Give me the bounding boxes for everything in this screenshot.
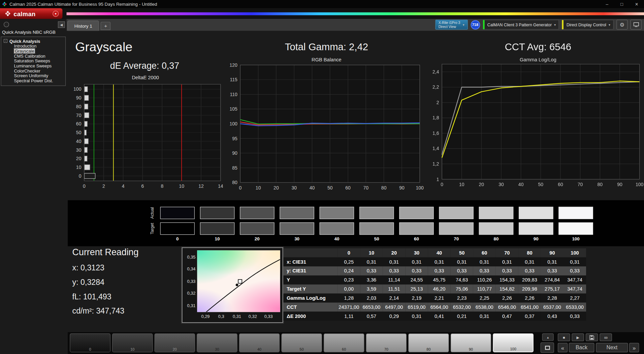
sidebar-item-spectral-power-dist-[interactable]: Spectral Power Dist. [1, 78, 65, 83]
swatch-level-label: 20 [240, 236, 274, 241]
maximize-button[interactable]: □ [614, 0, 629, 8]
sidebar-item-grayscale[interactable]: Grayscale [1, 49, 65, 54]
display-control-button[interactable]: Direct Display Control ▾ [562, 20, 613, 30]
cie-chart-panel: 0,350,340,330,320,31 0,290,30,310,320,33 [182, 247, 283, 323]
play-button[interactable]: ▶ [572, 333, 584, 341]
pattern-button-0[interactable]: 0 [70, 333, 110, 352]
source-select-button[interactable]: CalMAN Client 3 Pattern Generator ▾ [483, 20, 559, 30]
calman-logo-icon [5, 11, 11, 17]
target-swatch-70 [439, 223, 474, 235]
pattern-button-90[interactable]: 90 [451, 333, 491, 352]
add-tab-button[interactable]: + [101, 22, 110, 30]
table-col-header: 40 [428, 248, 451, 258]
pattern-button-30[interactable]: 30 [197, 333, 237, 352]
pattern-button-80[interactable]: 80 [408, 333, 449, 352]
pattern-button-50[interactable]: 50 [281, 333, 322, 352]
svg-text:95: 95 [232, 136, 237, 141]
workflow-tree: - Quick Analysis IntroductionGrayscaleCM… [1, 37, 66, 86]
sidebar-item-luminance-sweeps[interactable]: Luminance Sweeps [1, 63, 65, 68]
collapse-sidebar-button[interactable]: ◀ [58, 21, 65, 28]
sidebar-item-label: ColorChecker [14, 68, 40, 73]
sidebar-item-label: Spectral Power Dist. [14, 78, 53, 83]
table-cell: 3,36 [360, 275, 383, 285]
svg-text:80: 80 [381, 185, 387, 190]
svg-text:12: 12 [198, 183, 204, 189]
cie-y-tick: 0,35 [182, 254, 195, 259]
svg-text:2: 2 [102, 183, 105, 189]
tree-root[interactable]: - Quick Analysis [1, 38, 65, 43]
minimize-button[interactable]: – [600, 0, 614, 8]
calman-logo[interactable]: calman ▾ [0, 8, 62, 19]
svg-text:14: 14 [218, 183, 223, 189]
target-swatch-90 [519, 223, 553, 235]
swatch-level-label: 30 [280, 236, 314, 241]
svg-text:1,4: 1,4 [432, 146, 439, 151]
svg-text:1,8: 1,8 [432, 115, 439, 120]
monitor-icon [633, 22, 639, 27]
sidebar-item-saturation-sweeps[interactable]: Saturation Sweeps [1, 58, 65, 63]
chevron-down-icon: ▾ [463, 23, 464, 27]
table-cell: 0,43 [541, 312, 564, 321]
meter-line1: X-Rite i1Pro 3 [439, 21, 460, 25]
table-cell: 2,26 [496, 294, 518, 303]
svg-text:100: 100 [229, 121, 237, 126]
measured-point [236, 284, 238, 286]
link-button[interactable]: ∞ [600, 333, 612, 341]
pattern-toolbar: 0102030405060708090100 ▲ ■ ▶ ∞ « Back Ne… [68, 332, 644, 354]
pattern-button-40[interactable]: 40 [239, 333, 280, 352]
tree-collapse-icon[interactable]: - [4, 39, 7, 43]
back-button[interactable]: Back [569, 343, 594, 352]
table-cell: 209,83 [518, 275, 541, 285]
table-cell: 0,57 [360, 312, 383, 321]
target-swatch-40 [320, 223, 354, 235]
sidebar-item-cms-calibration[interactable]: CMS Calibration [1, 54, 65, 59]
sidebar-item-screen-uniformity[interactable]: Screen Uniformity [1, 73, 65, 78]
target-swatch-100 [558, 223, 593, 235]
svg-text:6: 6 [141, 183, 144, 189]
back-chevron-button[interactable]: « [558, 343, 568, 352]
pattern-button-60[interactable]: 60 [324, 333, 364, 352]
svg-text:100: 100 [416, 185, 424, 190]
target-swatch-row [160, 223, 593, 235]
settings-gear-button[interactable]: ⚙ [616, 20, 627, 30]
svg-text:10: 10 [256, 185, 261, 190]
tab-history-1[interactable]: History 1 [67, 21, 99, 31]
actual-swatch-50 [359, 207, 394, 219]
sidebar-item-introduction[interactable]: Introduction [1, 43, 65, 49]
cie-y-tick: 0,31 [182, 303, 195, 308]
table-cell: 0,41 [428, 312, 451, 321]
svg-text:30: 30 [76, 147, 82, 153]
next-button[interactable]: Next [596, 343, 628, 352]
pattern-button-70[interactable]: 70 [366, 333, 407, 352]
table-cell: 6537,00 [541, 302, 564, 312]
svg-text:0: 0 [79, 173, 82, 179]
rgb-balance-chart-plot: 0102030405060708090100808590951001051101… [224, 63, 429, 193]
table-cell: 2,26 [518, 294, 541, 303]
pattern-button-20[interactable]: 20 [154, 333, 195, 352]
table-cell: 0,21 [451, 312, 473, 321]
pattern-window-button[interactable] [541, 343, 554, 353]
pattern-button-100[interactable]: 100 [493, 333, 534, 352]
svg-text:2,4: 2,4 [432, 69, 439, 75]
sidebar-item-colorchecker[interactable]: ColorChecker [1, 68, 65, 73]
table-cell: 154,33 [496, 275, 518, 285]
table-cell: 0,00 [337, 285, 360, 294]
table-cell: 275,17 [541, 285, 564, 294]
pattern-button-label: 50 [282, 347, 322, 351]
save-button[interactable] [586, 333, 598, 341]
meter-select-button[interactable]: X-Rite i1Pro 3 Direct View ▾ [435, 20, 468, 30]
table-cell: 2,27 [564, 294, 586, 303]
table-cell: 2,14 [383, 294, 405, 303]
pattern-up-button[interactable]: ▲ [542, 333, 554, 341]
logo-menu-caret[interactable]: ▾ [53, 10, 59, 17]
table-row-label: x: CIE31 [283, 257, 337, 266]
sidebar-item-label: CMS Calibration [14, 54, 45, 59]
layout-button[interactable] [631, 20, 642, 30]
stop-button[interactable]: ■ [558, 333, 570, 341]
rgb-balance-chart-title: RGB Balance [224, 57, 429, 63]
next-chevron-button[interactable]: » [629, 343, 639, 352]
target-swatch-30 [280, 223, 314, 235]
pattern-button-10[interactable]: 10 [112, 333, 153, 352]
close-button[interactable]: × [629, 0, 644, 8]
table-col-header: 30 [406, 248, 428, 258]
